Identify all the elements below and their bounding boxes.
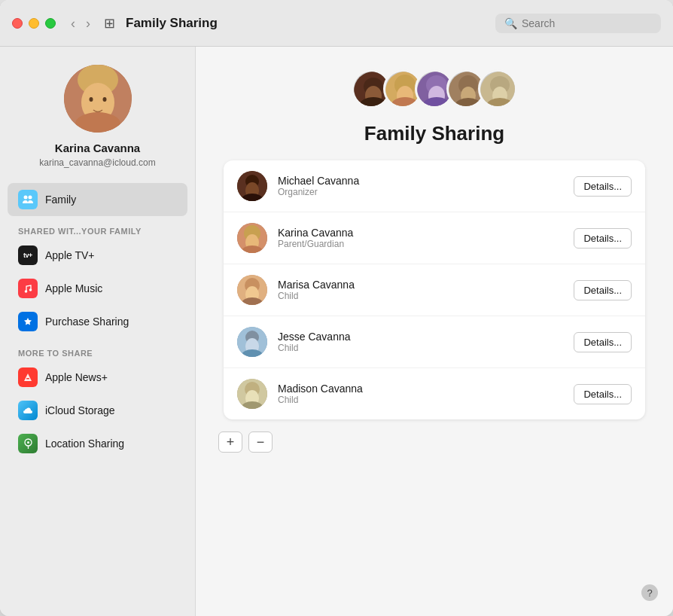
forward-button[interactable]: › — [83, 15, 93, 32]
member-role-1: Organizer — [278, 187, 563, 197]
applenews-icon — [18, 367, 38, 387]
traffic-lights — [12, 18, 56, 29]
remove-member-button[interactable]: − — [248, 432, 273, 453]
maximize-button[interactable] — [45, 18, 56, 29]
window-title: Family Sharing — [126, 16, 218, 31]
user-name: Karina Cavanna — [55, 142, 140, 154]
member-avatar-2 — [237, 223, 267, 253]
svg-point-15 — [29, 196, 32, 200]
search-input[interactable] — [522, 17, 652, 29]
icloud-icon — [18, 401, 38, 420]
svg-point-16 — [25, 290, 28, 293]
sidebar: Karina Cavanna karina_cavanna@icloud.com… — [0, 47, 196, 616]
member-name-2: Karina Cavanna — [278, 227, 563, 239]
titlebar: ‹ › ⊞ Family Sharing 🔍 — [0, 0, 673, 47]
member-row: Madison Cavanna Child Details... — [224, 368, 645, 419]
content: Karina Cavanna karina_cavanna@icloud.com… — [0, 47, 673, 616]
search-box[interactable]: 🔍 — [495, 14, 661, 33]
member-name-4: Jesse Cavanna — [278, 331, 563, 343]
member-name-5: Madison Cavanna — [278, 383, 563, 395]
location-icon — [18, 434, 38, 453]
appletv-icon: tv+ — [18, 245, 38, 265]
family-icon — [18, 190, 38, 209]
svg-point-20 — [27, 441, 29, 444]
svg-point-11 — [89, 97, 93, 102]
applenews-label: Apple News+ — [45, 371, 108, 383]
member-avatar-4 — [237, 327, 267, 357]
family-avatars — [352, 69, 517, 108]
page-title: Family Sharing — [364, 122, 504, 145]
member-role-2: Parent/Guardian — [278, 239, 563, 249]
sidebar-item-family[interactable]: Family — [8, 183, 187, 216]
back-button[interactable]: ‹ — [68, 15, 78, 32]
member-info-4: Jesse Cavanna Child — [278, 331, 563, 353]
details-button-5[interactable]: Details... — [574, 384, 632, 404]
details-button-3[interactable]: Details... — [574, 280, 632, 300]
member-avatar-3 — [237, 275, 267, 305]
appletv-label: Apple TV+ — [45, 249, 95, 261]
family-avatar-5 — [478, 69, 517, 108]
applemusic-label: Apple Music — [45, 282, 102, 294]
icloud-label: iCloud Storage — [45, 404, 115, 416]
details-button-2[interactable]: Details... — [574, 228, 632, 249]
details-button-1[interactable]: Details... — [574, 176, 632, 197]
member-info-5: Madison Cavanna Child — [278, 383, 563, 405]
sidebar-item-appletv[interactable]: tv+ Apple TV+ — [8, 239, 187, 272]
member-role-4: Child — [278, 343, 563, 353]
member-role-3: Child — [278, 291, 563, 301]
main-content: Family Sharing Michael Cavanna — [196, 47, 673, 616]
sidebar-item-applenews[interactable]: Apple News+ — [8, 361, 187, 394]
svg-rect-18 — [26, 378, 29, 380]
sidebar-item-family-label: Family — [45, 194, 76, 206]
member-role-5: Child — [278, 395, 563, 405]
bottom-controls: + − — [218, 432, 273, 453]
member-row: Michael Cavanna Organizer Details... — [224, 160, 645, 212]
appstore-icon — [18, 312, 38, 331]
member-row: Jesse Cavanna Child Details... — [224, 316, 645, 368]
svg-point-17 — [29, 288, 32, 291]
grid-button[interactable]: ⊞ — [101, 14, 118, 33]
sidebar-item-location[interactable]: Location Sharing — [8, 427, 187, 460]
purchase-label: Purchase Sharing — [45, 316, 129, 328]
svg-point-14 — [24, 196, 28, 200]
member-avatar-1 — [237, 171, 267, 201]
member-name-1: Michael Cavanna — [278, 175, 563, 187]
nav-buttons: ‹ › — [68, 15, 93, 32]
search-icon: 🔍 — [504, 17, 517, 29]
member-row: Marisa Cavanna Child Details... — [224, 264, 645, 316]
shared-section-label: SHARED WIT...YOUR FAMILY — [8, 216, 187, 239]
member-name-3: Marisa Cavanna — [278, 279, 563, 291]
svg-point-12 — [102, 97, 106, 102]
help-button[interactable]: ? — [641, 584, 658, 601]
member-info-2: Karina Cavanna Parent/Guardian — [278, 227, 563, 249]
member-row: Karina Cavanna Parent/Guardian Details..… — [224, 212, 645, 264]
member-avatar-5 — [237, 379, 267, 409]
more-section-label: MORE TO SHARE — [8, 338, 187, 361]
close-button[interactable] — [12, 18, 23, 29]
location-label: Location Sharing — [45, 438, 124, 450]
members-card: Michael Cavanna Organizer Details... — [224, 160, 645, 419]
member-info-3: Marisa Cavanna Child — [278, 279, 563, 301]
sidebar-item-purchase[interactable]: Purchase Sharing — [8, 305, 187, 338]
member-info-1: Michael Cavanna Organizer — [278, 175, 563, 197]
details-button-4[interactable]: Details... — [574, 332, 632, 352]
sidebar-item-applemusic[interactable]: Apple Music — [8, 272, 187, 305]
sidebar-item-icloud[interactable]: iCloud Storage — [8, 394, 187, 427]
add-member-button[interactable]: + — [218, 432, 242, 453]
applemusic-icon — [18, 279, 38, 298]
minimize-button[interactable] — [29, 18, 39, 29]
sidebar-nav: Family SHARED WIT...YOUR FAMILY tv+ Appl… — [0, 183, 195, 460]
user-email: karina_cavanna@icloud.com — [39, 157, 155, 168]
